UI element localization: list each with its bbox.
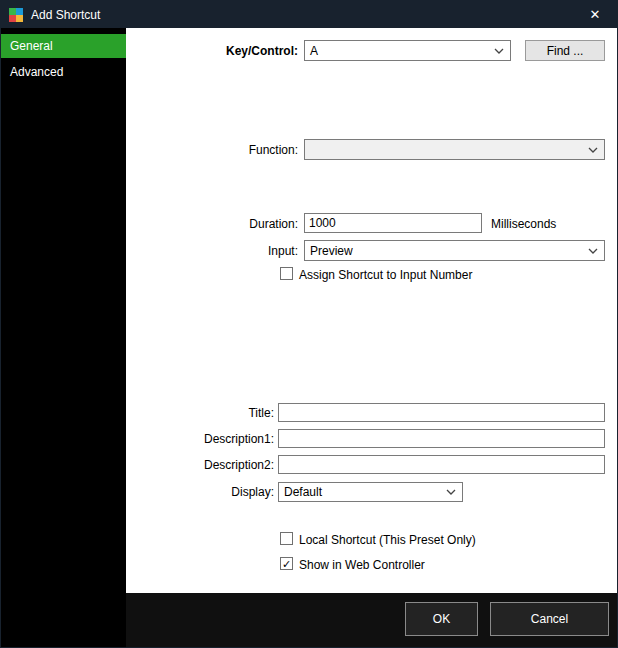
display-label: Display: xyxy=(136,485,274,499)
footer: OK Cancel xyxy=(126,593,618,648)
title-label: Title: xyxy=(136,406,274,420)
assign-shortcut-checkbox[interactable] xyxy=(280,267,293,280)
find-button[interactable]: Find ... xyxy=(525,40,605,61)
chevron-down-icon xyxy=(494,48,504,54)
titlebar: Add Shortcut ✕ xyxy=(1,1,617,28)
input-value: Preview xyxy=(310,244,353,258)
close-button[interactable]: ✕ xyxy=(573,1,617,28)
input-select[interactable]: Preview xyxy=(304,240,605,261)
display-select[interactable]: Default xyxy=(278,482,463,502)
display-value: Default xyxy=(284,485,322,499)
title-input[interactable] xyxy=(278,403,605,422)
app-icon xyxy=(9,8,23,22)
cancel-button[interactable]: Cancel xyxy=(490,602,609,636)
local-shortcut-checkbox[interactable] xyxy=(280,532,293,545)
duration-input[interactable] xyxy=(304,213,482,233)
key-control-select[interactable]: A xyxy=(304,40,511,61)
assign-shortcut-checkbox-label: Assign Shortcut to Input Number xyxy=(299,268,472,282)
web-controller-checkbox[interactable]: ✓ xyxy=(280,557,293,570)
chevron-down-icon xyxy=(588,248,598,254)
description1-label: Description1: xyxy=(136,432,274,446)
description1-input[interactable] xyxy=(278,429,605,448)
sidebar-item-general[interactable]: General xyxy=(1,34,126,58)
window-title: Add Shortcut xyxy=(31,8,100,22)
duration-label: Duration: xyxy=(136,217,298,231)
function-label: Function: xyxy=(136,143,298,157)
ok-button[interactable]: OK xyxy=(405,602,478,636)
key-control-value: A xyxy=(310,44,318,58)
chevron-down-icon xyxy=(588,147,598,153)
local-shortcut-checkbox-label: Local Shortcut (This Preset Only) xyxy=(299,533,476,547)
add-shortcut-dialog: Add Shortcut ✕ General Advanced Key/Cont… xyxy=(0,0,618,648)
chevron-down-icon xyxy=(446,489,456,495)
description2-input[interactable] xyxy=(278,455,605,474)
duration-units-label: Milliseconds xyxy=(491,217,556,231)
description2-label: Description2: xyxy=(136,458,274,472)
function-select[interactable] xyxy=(304,139,605,160)
key-control-label: Key/Control: xyxy=(136,44,298,58)
general-tab-panel: Key/Control: A Find ... Function: Durati… xyxy=(126,28,618,593)
sidebar: General Advanced xyxy=(1,28,126,648)
sidebar-item-advanced[interactable]: Advanced xyxy=(1,60,126,84)
close-icon: ✕ xyxy=(590,7,601,22)
input-label: Input: xyxy=(136,244,298,258)
web-controller-checkbox-label: Show in Web Controller xyxy=(299,558,425,572)
